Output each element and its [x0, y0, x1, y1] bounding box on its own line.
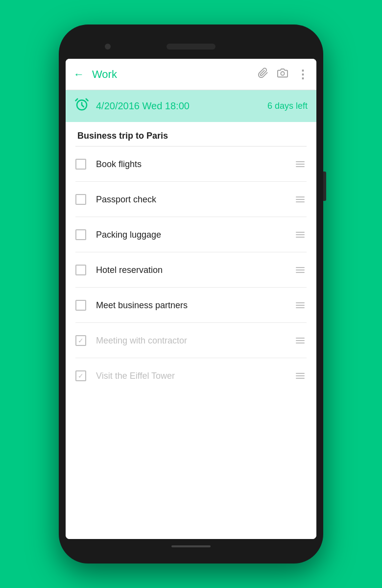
todo-item: Packing luggage — [66, 217, 316, 252]
todo-text-6: Meeting with contractor — [96, 336, 294, 346]
alarm-icon — [74, 97, 89, 115]
checkbox-item-5[interactable] — [75, 300, 86, 311]
home-indicator — [171, 545, 211, 547]
drag-handle-6[interactable] — [294, 336, 307, 345]
drag-handle-2[interactable] — [294, 195, 307, 204]
speaker — [167, 44, 215, 49]
checkbox-item-7[interactable] — [75, 370, 86, 381]
todo-text-2: Passport check — [96, 195, 294, 205]
todo-list: Book flightsPassport checkPacking luggag… — [66, 147, 316, 393]
todo-text-7: Visit the Eiffel Tower — [96, 371, 294, 381]
content-area: Business trip to Paris Book flightsPassp… — [66, 122, 316, 539]
checkbox-item-2[interactable] — [75, 194, 86, 205]
reminder-left: 4/20/2016 Wed 18:00 — [74, 97, 190, 115]
camera-icon[interactable] — [277, 68, 288, 81]
checkbox-item-1[interactable] — [75, 159, 86, 170]
drag-handle-7[interactable] — [294, 371, 307, 381]
drag-handle-5[interactable] — [294, 300, 307, 310]
phone-top-bar — [66, 34, 316, 59]
list-title: Business trip to Paris — [66, 122, 316, 146]
todo-text-3: Packing luggage — [96, 230, 294, 240]
more-icon[interactable]: ⋮ — [297, 68, 309, 81]
attach-icon[interactable] — [258, 68, 268, 81]
checkbox-item-4[interactable] — [75, 265, 86, 275]
toolbar-icons: ⋮ — [258, 68, 309, 81]
app-title: Work — [92, 68, 258, 81]
todo-item: Hotel reservation — [66, 252, 316, 288]
drag-handle-3[interactable] — [294, 230, 307, 240]
reminder-days-left: 6 days left — [267, 101, 308, 111]
phone-frame: ← Work ⋮ — [59, 24, 323, 564]
todo-text-1: Book flights — [96, 159, 294, 170]
checkbox-item-3[interactable] — [75, 229, 86, 240]
todo-item: Meeting with contractor — [66, 323, 316, 358]
back-button[interactable]: ← — [73, 68, 84, 81]
phone-screen: ← Work ⋮ — [66, 59, 316, 539]
todo-item: Visit the Eiffel Tower — [66, 358, 316, 393]
todo-item: Passport check — [66, 182, 316, 217]
reminder-banner: 4/20/2016 Wed 18:00 6 days left — [66, 90, 316, 122]
todo-text-4: Hotel reservation — [96, 265, 294, 275]
todo-item: Meet business partners — [66, 288, 316, 323]
todo-item: Book flights — [66, 147, 316, 182]
drag-handle-1[interactable] — [294, 159, 307, 169]
front-camera — [105, 44, 111, 49]
svg-point-0 — [281, 72, 284, 75]
volume-button — [323, 172, 326, 201]
drag-handle-4[interactable] — [294, 265, 307, 275]
app-bar: ← Work ⋮ — [66, 59, 316, 90]
checkbox-item-6[interactable] — [75, 335, 86, 346]
todo-text-5: Meet business partners — [96, 300, 294, 311]
reminder-date: 4/20/2016 Wed 18:00 — [96, 100, 190, 112]
phone-bottom — [171, 539, 211, 554]
